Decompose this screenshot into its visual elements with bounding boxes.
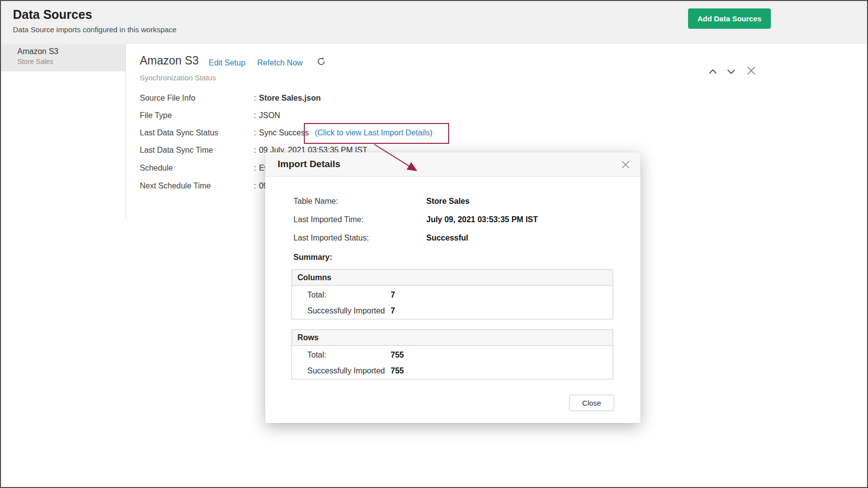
rows-imported-row: Successfully Imported755	[307, 366, 385, 375]
close-button[interactable]: Close	[569, 395, 614, 411]
row-label: Source File Info	[140, 94, 254, 103]
detail-row-source-file: Source File Info:Store Sales.json	[140, 94, 321, 103]
colon: :	[254, 111, 256, 120]
total-label: Total:	[307, 291, 326, 299]
row-value: JSON	[259, 111, 280, 120]
columns-total-row: Total:7	[307, 291, 326, 300]
total-value: 755	[391, 351, 404, 360]
summary-label: Summary:	[293, 253, 332, 262]
chevron-down-icon[interactable]	[727, 67, 736, 76]
sidebar-item-subtitle: Store Sales	[17, 58, 125, 65]
modal-field-last-imported-time: Last Imported Time:July 09, 2021 03:53:3…	[293, 215, 538, 224]
modal-title: Import Details	[278, 159, 341, 170]
field-value: Successful	[426, 234, 468, 242]
field-label: Table Name:	[293, 197, 426, 206]
refresh-icon[interactable]	[316, 57, 326, 68]
page-title: Data Sources	[13, 7, 92, 22]
rows-box-title: Rows	[292, 330, 613, 346]
imported-label: Successfully Imported	[307, 366, 385, 375]
detail-row-sync-status: Last Data Sync Status:Sync Success(Click…	[140, 128, 432, 137]
colon: :	[254, 94, 256, 102]
colon: :	[254, 146, 256, 154]
chevron-up-icon[interactable]	[708, 67, 717, 76]
data-sources-page: Data Sources Data Source imports configu…	[0, 0, 868, 488]
row-label: File Type	[140, 111, 254, 120]
colon: :	[254, 128, 256, 137]
imported-value: 7	[391, 306, 395, 315]
colon: :	[254, 182, 256, 190]
add-data-sources-button[interactable]: Add Data Sources	[688, 8, 771, 29]
sync-status-value: Sync Success	[259, 128, 308, 137]
field-value: Store Sales	[426, 197, 469, 205]
view-import-details-link[interactable]: (Click to view Last Import Details)	[315, 128, 432, 137]
field-value: July 09, 2021 03:53:35 PM IST	[426, 215, 538, 224]
row-label: Last Data Sync Time	[140, 146, 254, 155]
colon: :	[254, 164, 256, 172]
sidebar-item-title: Amazon S3	[17, 47, 125, 56]
source-title: Amazon S3	[140, 54, 199, 67]
modal-close-icon[interactable]	[621, 160, 631, 172]
sidebar-item-amazon-s3[interactable]: Amazon S3 Store Sales	[1, 44, 125, 71]
field-label: Last Imported Status:	[293, 234, 426, 243]
detail-row-schedule: Schedule:Ev	[140, 164, 268, 173]
sync-status-subtitle: Synchronization Status	[140, 73, 216, 82]
panel-close-icon[interactable]	[746, 65, 756, 78]
row-value: Store Sales.json	[259, 94, 321, 102]
rows-total-row: Total:755	[307, 351, 326, 360]
modal-header: Import Details	[265, 152, 640, 177]
detail-row-next-schedule: Next Schedule Time:09	[140, 182, 268, 190]
app-header: Data Sources Data Source imports configu…	[1, 1, 867, 44]
sidebar-divider	[125, 44, 126, 218]
row-label: Last Data Sync Status	[140, 128, 254, 137]
modal-field-table-name: Table Name:Store Sales	[293, 197, 469, 206]
imported-value: 755	[391, 366, 404, 375]
total-value: 7	[391, 291, 395, 300]
columns-box-title: Columns	[292, 270, 613, 286]
imported-label: Successfully Imported	[307, 306, 385, 315]
modal-field-last-imported-status: Last Imported Status:Successful	[293, 234, 468, 243]
field-label: Last Imported Time:	[293, 215, 426, 224]
import-details-modal: Import Details Table Name:Store Sales La…	[265, 152, 640, 423]
columns-imported-row: Successfully Imported7	[307, 306, 385, 315]
page-subtitle: Data Source imports configured in this w…	[13, 25, 176, 34]
total-label: Total:	[307, 351, 326, 359]
row-label: Next Schedule Time	[140, 182, 254, 190]
row-label: Schedule	[140, 164, 254, 173]
edit-setup-link[interactable]: Edit Setup	[209, 59, 245, 67]
columns-summary-box: Columns Total:7 Successfully Imported7	[291, 269, 613, 319]
detail-row-file-type: File Type:JSON	[140, 111, 280, 120]
rows-summary-box: Rows Total:755 Successfully Imported755	[291, 329, 613, 379]
refetch-now-link[interactable]: Refetch Now	[257, 59, 303, 67]
